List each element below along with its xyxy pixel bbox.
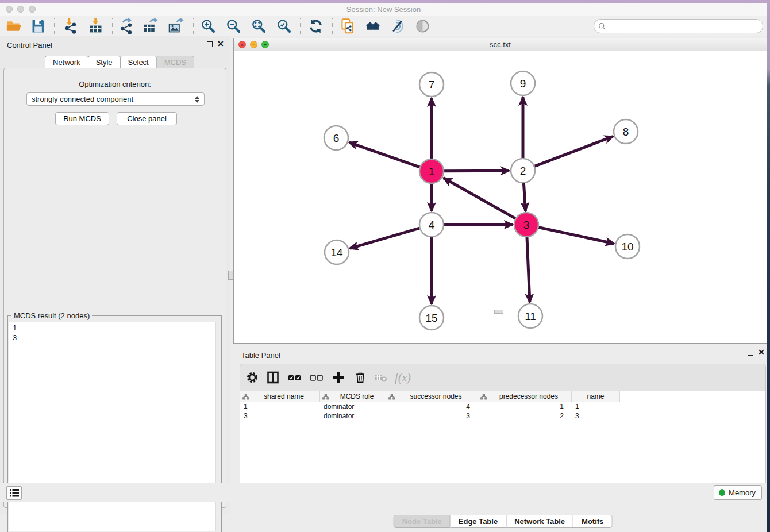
tab-node-table[interactable]: Node Table bbox=[394, 515, 451, 528]
task-history-button[interactable] bbox=[6, 486, 22, 500]
cell-shared-name[interactable]: 3 bbox=[240, 411, 320, 421]
column-header-name[interactable]: name bbox=[572, 391, 620, 402]
tab-mcds[interactable]: MCDS bbox=[156, 56, 194, 68]
birds-eye-view-icon bbox=[414, 18, 431, 34]
cell-successor-nodes[interactable]: 4 bbox=[386, 402, 478, 411]
deselect-all-button[interactable] bbox=[308, 369, 325, 386]
mcds-result-text: 1 3 bbox=[13, 323, 17, 342]
function-builder-button: f(x) bbox=[394, 369, 411, 386]
cell-mcds-role[interactable]: dominator bbox=[320, 411, 386, 421]
column-header-shared-name[interactable]: shared name bbox=[240, 391, 320, 402]
table-row[interactable]: 3dominator323 bbox=[240, 411, 765, 421]
table-options-button[interactable] bbox=[244, 369, 261, 386]
app-window: Session: New Session bbox=[0, 3, 767, 532]
trash-icon bbox=[354, 371, 367, 384]
column-header-predecessor-nodes[interactable]: predecessor nodes bbox=[478, 391, 572, 402]
main-toolbar bbox=[0, 16, 767, 36]
graph-node-6[interactable]: 6 bbox=[324, 126, 348, 150]
tab-network-table[interactable]: Network Table bbox=[506, 515, 573, 528]
export-image-button[interactable] bbox=[165, 17, 186, 35]
tab-motifs[interactable]: Motifs bbox=[573, 515, 612, 528]
table-header-row: shared nameMCDS rolesuccessor nodesprede… bbox=[240, 391, 765, 402]
window-title: Session: New Session bbox=[0, 5, 767, 14]
table-row[interactable]: 1dominator411 bbox=[240, 402, 765, 411]
graph-node-7[interactable]: 7 bbox=[419, 72, 444, 97]
import-table-icon bbox=[87, 18, 104, 34]
zoom-in-button[interactable] bbox=[198, 17, 218, 35]
export-network-icon bbox=[118, 18, 134, 34]
zoom-out-button[interactable] bbox=[223, 17, 244, 35]
cell-successor-nodes[interactable]: 3 bbox=[386, 411, 478, 421]
cell-predecessor-nodes[interactable]: 2 bbox=[478, 411, 572, 421]
graph-node-9[interactable]: 9 bbox=[511, 71, 535, 95]
open-folder-icon bbox=[6, 18, 22, 34]
open-file-button[interactable] bbox=[3, 17, 24, 35]
zoom-selected-button[interactable] bbox=[274, 17, 294, 35]
select-all-button[interactable] bbox=[286, 369, 303, 386]
close-panel-button[interactable]: Close panel bbox=[117, 112, 177, 125]
cell-mcds-role[interactable]: dominator bbox=[320, 402, 386, 411]
export-network-button[interactable] bbox=[116, 17, 136, 35]
column-header-mcds-role[interactable]: MCDS role bbox=[320, 391, 386, 402]
status-bar: Memory bbox=[0, 483, 767, 502]
graph-edge-1-6[interactable] bbox=[349, 142, 421, 167]
export-image-icon bbox=[167, 18, 184, 34]
search-field[interactable] bbox=[594, 19, 763, 33]
graph-node-11[interactable]: 11 bbox=[518, 304, 542, 328]
column-label: name bbox=[574, 392, 617, 400]
graph-node-1[interactable]: 1 bbox=[419, 159, 444, 183]
graph-edge-2-3[interactable] bbox=[523, 183, 525, 211]
graph-node-2[interactable]: 2 bbox=[511, 159, 535, 183]
column-label: shared name bbox=[251, 392, 317, 400]
memory-button[interactable]: Memory bbox=[714, 485, 762, 500]
save-session-button[interactable] bbox=[28, 17, 48, 35]
network-canvas[interactable]: 7968124314101511 bbox=[234, 51, 767, 343]
graph-node-4[interactable]: 4 bbox=[419, 213, 444, 237]
cell-name[interactable]: 1 bbox=[572, 402, 620, 411]
graph-edge-4-14[interactable] bbox=[350, 228, 420, 248]
import-table-button[interactable] bbox=[85, 17, 106, 35]
graph-node-15[interactable]: 15 bbox=[419, 306, 444, 330]
table-panel-title: Table Panel bbox=[241, 351, 280, 360]
add-column-button[interactable] bbox=[330, 369, 347, 386]
birds-eye-view-button[interactable] bbox=[412, 17, 433, 35]
close-table-panel-icon[interactable]: ✕ bbox=[758, 348, 765, 357]
home-layout-button[interactable] bbox=[362, 17, 383, 35]
tab-network[interactable]: Network bbox=[45, 56, 88, 68]
graphics-details-button[interactable] bbox=[387, 17, 407, 35]
cell-shared-name[interactable]: 1 bbox=[240, 402, 320, 411]
run-mcds-button[interactable]: Run MCDS bbox=[55, 112, 109, 125]
float-panel-icon[interactable] bbox=[207, 41, 213, 47]
criterion-dropdown[interactable]: strongly connected component bbox=[26, 92, 205, 106]
duplicate-network-button[interactable] bbox=[337, 17, 357, 35]
graph-node-10[interactable]: 10 bbox=[615, 234, 640, 259]
graph-node-3[interactable]: 3 bbox=[514, 213, 538, 237]
graph-edge-3-11[interactable] bbox=[527, 237, 530, 302]
network-window-titlebar[interactable]: × − + scc.txt bbox=[234, 38, 767, 51]
graph-edge-3-10[interactable] bbox=[538, 227, 614, 244]
import-network-button[interactable] bbox=[60, 17, 80, 35]
tab-edge-table[interactable]: Edge Table bbox=[451, 515, 506, 528]
close-panel-icon[interactable]: ✕ bbox=[217, 39, 224, 48]
save-icon bbox=[30, 18, 47, 34]
graph-node-14[interactable]: 14 bbox=[325, 240, 349, 264]
zoom-fit-button[interactable] bbox=[248, 17, 269, 35]
show-columns-button[interactable] bbox=[264, 369, 282, 386]
apply-layout-button[interactable] bbox=[305, 17, 326, 35]
graph-edge-2-8[interactable] bbox=[534, 137, 613, 167]
graph-edge-3-1[interactable] bbox=[444, 178, 516, 219]
toolbar-separator bbox=[193, 18, 194, 34]
column-header-successor-nodes[interactable]: successor nodes bbox=[386, 391, 478, 402]
delete-column-button[interactable] bbox=[352, 369, 369, 386]
tab-select[interactable]: Select bbox=[120, 56, 156, 68]
export-table-button[interactable] bbox=[140, 17, 160, 35]
float-table-panel-icon[interactable] bbox=[748, 350, 753, 356]
toolbar-separator bbox=[300, 18, 301, 34]
graph-node-8[interactable]: 8 bbox=[614, 119, 638, 144]
cell-predecessor-nodes[interactable]: 1 bbox=[478, 402, 572, 411]
search-input[interactable] bbox=[609, 22, 763, 30]
cell-name[interactable]: 3 bbox=[572, 411, 620, 421]
tab-style[interactable]: Style bbox=[88, 56, 120, 68]
horizontal-splitter-grip[interactable] bbox=[494, 310, 503, 314]
graph-edge-1-2[interactable] bbox=[444, 171, 509, 171]
